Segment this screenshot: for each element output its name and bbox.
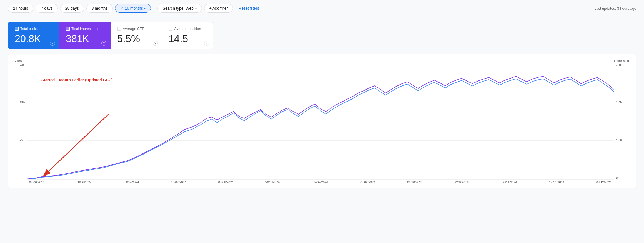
metric-card-ctr[interactable]: Average CTR 5.5% ? (111, 22, 162, 49)
chart-inner: Started 1 Month Earlier (Updated GSC) (27, 63, 614, 179)
filter-16m[interactable]: ✓ 16 months ▾ (115, 4, 151, 13)
y-right-label-2.5k: 2.5K (616, 101, 622, 104)
metric-card-clicks[interactable]: ✓ Total clicks 20.8K ? (8, 22, 59, 49)
clicks-value: 20.8K (15, 33, 52, 45)
chart-axes: 225 150 75 0 Started 1 Month Earlier (Up… (14, 63, 630, 179)
filter-28d[interactable]: 28 days (60, 4, 84, 13)
filter-bar: 24 hours 7 days 28 days 3 months ✓ 16 mo… (0, 0, 644, 17)
x-axis: 02/06/2024 18/06/2024 04/07/2024 20/07/2… (29, 181, 612, 184)
search-type-label: Search type: Web (163, 6, 194, 11)
y-left-labels: 225 150 75 0 (20, 63, 25, 179)
impressions-value: 381K (66, 33, 104, 45)
position-value: 14.5 (169, 33, 206, 45)
impressions-label: Total impressions (71, 27, 99, 31)
search-type-button[interactable]: Search type: Web ▾ (157, 4, 202, 13)
add-filter-label: + Add filter (209, 6, 228, 11)
x-label-1: 18/06/2024 (76, 181, 92, 184)
metric-position-label-row: Average position (169, 27, 206, 31)
metric-impressions-label-row: ✓ Total impressions (66, 27, 104, 31)
metric-card-impressions[interactable]: ✓ Total impressions 381K ? (59, 22, 111, 49)
position-help-icon[interactable]: ? (204, 41, 209, 46)
metric-ctr-label-row: Average CTR (117, 27, 155, 31)
impressions-line (27, 76, 614, 179)
metric-card-position[interactable]: Average position 14.5 ? (162, 22, 213, 49)
filter-16m-label: 16 months (125, 6, 143, 11)
y-left-label-0: 0 (20, 176, 25, 179)
filter-7d[interactable]: 7 days (36, 4, 57, 13)
metrics-row: ✓ Total clicks 20.8K ? ✓ Total impressio… (0, 17, 644, 49)
annotation-arrow (49, 114, 108, 171)
clicks-label: Total clicks (20, 27, 38, 31)
x-label-2: 04/07/2024 (124, 181, 139, 184)
chart-svg (27, 63, 614, 179)
last-updated-label: Last updated: 3 hours ago (594, 6, 636, 11)
clicks-help-icon[interactable]: ? (50, 41, 55, 46)
x-label-6: 05/09/2024 (313, 181, 328, 184)
chevron-down-icon: ▾ (144, 7, 146, 10)
x-label-4: 05/08/2024 (218, 181, 234, 184)
y-axis-right: 3.8K 2.5K 1.3K 0 (614, 63, 630, 179)
chevron-down-icon: ▾ (195, 7, 197, 10)
y-right-label-3.8k: 3.8K (616, 63, 622, 66)
metric-clicks-label-row: ✓ Total clicks (15, 27, 52, 31)
filter-3m[interactable]: 3 months (86, 4, 113, 13)
y-right-labels: 3.8K 2.5K 1.3K 0 (616, 63, 622, 179)
chart-container: Clicks Impressions 225 150 75 0 Started … (8, 54, 636, 188)
ctr-help-icon[interactable]: ? (153, 41, 158, 46)
x-label-12: 08/12/2024 (596, 181, 612, 184)
y-axis-left: 225 150 75 0 (14, 63, 27, 179)
y-left-label-225: 225 (20, 63, 25, 66)
position-checkbox[interactable] (169, 27, 172, 31)
x-label-11: 22/11/2024 (549, 181, 564, 184)
filter-24h[interactable]: 24 hours (8, 4, 33, 13)
reset-filters-button[interactable]: Reset filters (236, 4, 261, 12)
y-right-label-1.3k: 1.3K (616, 138, 622, 142)
clicks-checkbox[interactable]: ✓ (15, 27, 19, 31)
ctr-checkbox[interactable] (117, 27, 121, 31)
x-label-9: 22/10/2024 (454, 181, 470, 184)
x-label-8: 06/10/2024 (407, 181, 422, 184)
x-label-0: 02/06/2024 (29, 181, 44, 184)
position-label: Average position (174, 27, 201, 31)
y-left-label-75: 75 (20, 138, 25, 142)
y-right-title: Impressions (614, 59, 630, 62)
ctr-value: 5.5% (117, 33, 155, 45)
add-filter-button[interactable]: + Add filter (204, 4, 233, 13)
x-label-3: 20/07/2024 (171, 181, 186, 184)
check-icon: ✓ (120, 6, 124, 11)
x-label-5: 20/08/2024 (265, 181, 281, 184)
y-right-label-0: 0 (616, 176, 622, 179)
ctr-label: Average CTR (123, 27, 145, 31)
x-label-10: 06/11/2024 (502, 181, 517, 184)
impressions-checkbox[interactable]: ✓ (66, 27, 70, 31)
impressions-help-icon[interactable]: ? (101, 41, 106, 46)
x-label-7: 20/09/2024 (360, 181, 375, 184)
y-left-label-150: 150 (20, 101, 25, 104)
y-left-title: Clicks (14, 59, 27, 62)
